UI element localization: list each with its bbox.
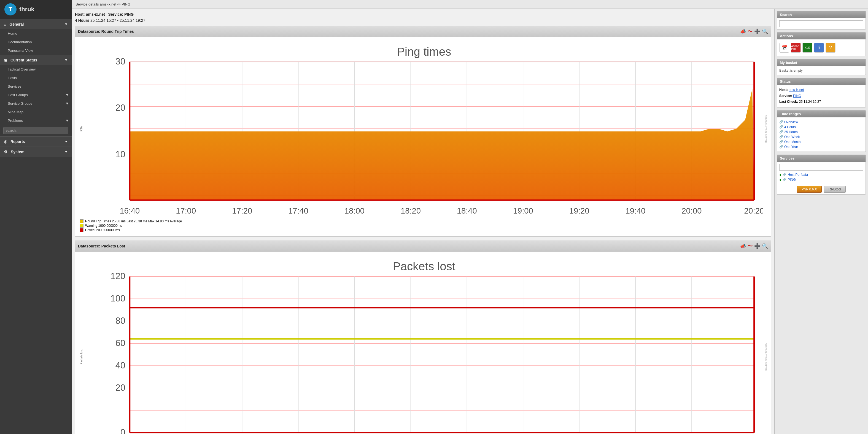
time-range-value: 4 Hours — [75, 18, 89, 23]
svg-text:120: 120 — [111, 271, 125, 281]
svg-rect-41 — [130, 277, 754, 433]
time-range-one-week[interactable]: 🔗 One Week — [779, 134, 863, 140]
info-action-icon[interactable]: ℹ — [814, 43, 824, 53]
main-area: Service details ams-ix.net -> PING Host:… — [72, 0, 868, 434]
rtt-legend-item-2: Critical 2000.000000ms — [80, 228, 766, 232]
sidebar-item-problems[interactable]: Problems ▼ — [0, 116, 72, 125]
time-range-one-month[interactable]: 🔗 One Month — [779, 140, 863, 145]
sidebar-section-current-status[interactable]: ◉ Current Status ▼ — [0, 55, 72, 65]
time-ranges-section: Time ranges 🔗 Overview 🔗 4 Hours 🔗 25 Ho… — [777, 110, 866, 152]
svg-text:20: 20 — [116, 103, 125, 113]
sidebar-item-host-groups[interactable]: Host Groups ▼ — [0, 91, 72, 99]
svg-text:18:00: 18:00 — [344, 207, 365, 215]
svg-text:19:40: 19:40 — [625, 207, 646, 215]
service-link-host-perfdata[interactable]: ● 🔗 Host Perfdata — [779, 172, 863, 177]
sidebar-item-mine-map[interactable]: Mine Map — [0, 108, 72, 116]
sidebar-section-reports-label: Reports — [10, 140, 25, 144]
search-input[interactable] — [779, 21, 863, 27]
general-chevron: ▼ — [64, 22, 68, 26]
sidebar-section-reports[interactable]: ◎ Reports ▼ — [0, 136, 72, 147]
calendar-action-icon[interactable]: 📅 — [779, 43, 789, 53]
rtt-rotated-label: RRDTOOL / TOOL GETTER — [765, 115, 767, 143]
help-action-icon[interactable]: ? — [826, 43, 836, 53]
basket-empty-text: Basket is empty — [779, 67, 803, 73]
rtt-chart-area: RTA Ping times — [78, 39, 769, 218]
svg-text:30: 30 — [116, 57, 125, 66]
host-perfdata-dot: ● — [779, 173, 781, 177]
ping-link-icon: 🔗 — [782, 178, 786, 181]
megaphone-icon[interactable]: 📣 — [740, 28, 746, 34]
svg-text:20:00: 20:00 — [682, 207, 702, 215]
rtt-legend-color-2 — [80, 228, 84, 232]
svg-text:18:40: 18:40 — [457, 207, 477, 215]
sidebar-section-current-status-label: Current Status — [10, 58, 37, 62]
sidebar-section-system[interactable]: ⚙ System ▼ — [0, 147, 72, 157]
service-link-ping[interactable]: ● 🔗 PING — [779, 177, 863, 182]
packets-chart-area: Packets lost Packets lost — [78, 254, 769, 434]
my-basket-section: My basket Basket is empty — [777, 59, 866, 75]
sidebar-item-home[interactable]: Home — [0, 29, 72, 38]
datasource-rtt-card: Datasource: Round Trip Times 📣 〜 ➕ 🔍 RTA — [75, 26, 771, 237]
sidebar-item-tactical-overview[interactable]: Tactical Overview — [0, 65, 72, 73]
page-title: Service details ams-ix.net -> PING — [72, 0, 868, 9]
content-wrapper: Host: ams-ix.net Service: PING 4 Hours 2… — [72, 9, 868, 434]
rtt-legend-color-0 — [80, 219, 84, 223]
actions-section: Actions 📅 Adobe PDF XLS ℹ ? — [777, 32, 866, 56]
svg-text:19:20: 19:20 — [569, 207, 589, 215]
svg-text:10: 10 — [116, 149, 125, 159]
packets-settings-icon[interactable]: 🔍 — [762, 243, 768, 249]
sidebar-item-services[interactable]: Services — [0, 82, 72, 91]
problems-chevron: ▼ — [65, 119, 69, 123]
rtt-legend-item-0: Round Trip Times 25.38 ms Last 25.38 ms … — [80, 219, 766, 223]
svg-text:20: 20 — [116, 383, 125, 393]
onemonth-link-icon: 🔗 — [779, 140, 783, 144]
packets-add-icon[interactable]: ➕ — [754, 243, 760, 249]
time-range-4hours[interactable]: 🔗 4 Hours — [779, 125, 863, 129]
logo-icon: T — [4, 3, 17, 16]
search-section: Search — [777, 11, 866, 30]
status-service-link[interactable]: PING — [793, 94, 801, 98]
packets-heartbeat-icon[interactable]: 〜 — [748, 243, 752, 249]
current-status-items: Tactical Overview Hosts Services Host Gr… — [0, 65, 72, 125]
sidebar-search-input[interactable] — [3, 127, 68, 134]
general-icon: ⌂ — [4, 22, 6, 27]
search-title: Search — [777, 11, 866, 18]
rtt-legend-item-1: Warning 1000.000000ms — [80, 224, 766, 227]
add-icon[interactable]: ➕ — [754, 28, 760, 34]
sidebar-item-service-groups[interactable]: Service Groups ▼ — [0, 99, 72, 108]
sidebar-item-documentation[interactable]: Documentation — [0, 38, 72, 46]
status-host-row: Host: ams-ix.net — [779, 87, 863, 93]
logo-area: T thruk — [0, 0, 72, 19]
packets-right-label: RRDTOOL / TOOL GETTER — [763, 254, 769, 434]
rrdtool-button[interactable]: RRDtool — [824, 186, 846, 193]
heartbeat-icon[interactable]: 〜 — [748, 28, 752, 35]
services-search-input[interactable] — [779, 164, 863, 170]
datasource-rtt-icons: 📣 〜 ➕ 🔍 — [740, 28, 768, 35]
host-perfdata-link-icon: 🔗 — [782, 173, 786, 176]
packets-chart-svg: Packets lost — [85, 254, 763, 434]
svg-text:16:40: 16:40 — [120, 207, 140, 215]
time-range-25hours[interactable]: 🔗 25 Hours — [779, 129, 863, 134]
logo-text: thruk — [19, 6, 34, 13]
ping-dot: ● — [779, 178, 781, 182]
time-range-one-year[interactable]: 🔗 One Year — [779, 145, 863, 149]
rtt-legend: Round Trip Times 25.38 ms Last 25.38 ms … — [78, 218, 769, 234]
datasource-packets-card: Datasource: Packets Lost 📣 〜 ➕ 🔍 Packets… — [75, 241, 771, 434]
datasource-packets-header: Datasource: Packets Lost 📣 〜 ➕ 🔍 — [75, 241, 771, 252]
status-host-link[interactable]: ams-ix.net — [788, 88, 804, 92]
status-body: Host: ams-ix.net Service: PING Last Chec… — [777, 85, 866, 107]
settings-icon[interactable]: 🔍 — [762, 28, 768, 34]
actions-title: Actions — [777, 32, 866, 39]
sidebar-item-hosts[interactable]: Hosts — [0, 73, 72, 82]
pdf-action-icon[interactable]: Adobe PDF — [791, 43, 801, 53]
pnp-button[interactable]: PNP 0.6.X — [797, 186, 822, 193]
rtt-chart-svg: Ping times — [85, 39, 763, 218]
sidebar-section-general[interactable]: ⌂ General ▼ — [0, 19, 72, 29]
rtt-y-axis-label: RTA — [80, 126, 83, 131]
time-range-overview[interactable]: 🔗 Overview — [779, 120, 863, 125]
sidebar-item-panorama[interactable]: Panorama View — [0, 46, 72, 55]
excel-action-icon[interactable]: XLS — [802, 43, 812, 53]
rtt-legend-label-2: Critical 2000.000000ms — [85, 228, 120, 232]
svg-text:100: 100 — [111, 293, 125, 303]
packets-megaphone-icon[interactable]: 📣 — [740, 243, 746, 249]
